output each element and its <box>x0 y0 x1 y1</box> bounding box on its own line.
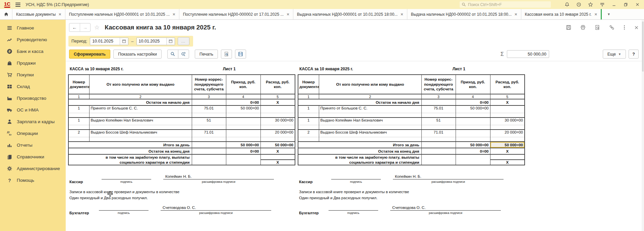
sidebar-item-main[interactable]: Главное <box>0 22 66 34</box>
sidebar-item-salary-hr[interactable]: Зарплата и кадры <box>0 116 66 128</box>
period-to-field[interactable] <box>136 37 175 45</box>
opening-balance-row: Остаток на начало дня 0=00 X <box>68 99 295 105</box>
signature-decode-line: Копейкин Н. Б.расшифровка подписи <box>163 174 274 179</box>
app-title-bar: 1С УСН, НДС 5% (1С:Предприятие) <box>0 0 644 9</box>
signatures-block: Кассир подпись Копейкин Н. Б.расшифровка… <box>298 165 524 215</box>
document-row: 1 Принято от Большов С. С. 75.01 50 000=… <box>298 105 525 118</box>
preview-button[interactable] <box>221 50 232 59</box>
sidebar-item-reports[interactable]: Отчеты <box>0 139 66 151</box>
sidebar-item-purchases[interactable]: Покупки <box>0 69 66 81</box>
restore-icon[interactable] <box>623 2 628 7</box>
period-more-button[interactable]: ... <box>178 37 189 45</box>
svg-text:Кт: Кт <box>9 134 12 136</box>
tab-close-icon[interactable]: × <box>515 12 517 16</box>
sum-value-field[interactable] <box>507 50 549 58</box>
find-next-button[interactable] <box>178 50 189 59</box>
daily-total-row: Итого за день 50 000=00 50 000=00 <box>68 142 295 148</box>
cashier-name: Копейкин Н. Б. <box>395 174 421 178</box>
sidebar-item-bank-cash[interactable]: ₽ Банк и касса <box>0 46 66 57</box>
show-settings-button[interactable]: Показать настройки <box>113 50 162 59</box>
cash-book-sheet-right: КАССА за 10 января 2025 г. Лист 1 Номер … <box>298 66 524 215</box>
save-icon[interactable] <box>566 25 571 30</box>
minimize-icon[interactable] <box>611 2 617 7</box>
sidebar-item-warehouse[interactable]: Склад <box>0 81 66 92</box>
signature-line: подпись <box>102 174 151 179</box>
opening-balance-row: Остаток на начало дня 0=00 X <box>298 99 525 105</box>
period-from-input[interactable] <box>90 39 120 44</box>
chevron-down-icon: ▼ <box>618 53 621 56</box>
tab-close-icon[interactable]: × <box>173 12 175 16</box>
tab-close-icon[interactable]: × <box>287 12 289 16</box>
sidebar-item-help[interactable]: ? Помощь <box>0 174 66 186</box>
search-input[interactable] <box>468 2 549 7</box>
save-result-button[interactable] <box>235 50 246 59</box>
tab-cash-documents[interactable]: Кассовые документы × <box>12 9 65 19</box>
help-icon: ? <box>7 177 12 183</box>
calendar-icon[interactable] <box>120 38 128 45</box>
notifications-bell-icon[interactable] <box>564 2 570 7</box>
tab-cash-receipt-2[interactable]: Поступление наличных НД00-000002 от 17.0… <box>179 9 293 19</box>
help-button[interactable]: ? <box>629 50 639 59</box>
global-search[interactable] <box>460 1 551 8</box>
close-icon[interactable] <box>635 2 640 7</box>
print-button[interactable]: Печать <box>195 50 218 59</box>
more-button[interactable]: Еще▼ <box>603 50 626 59</box>
signatures-block: Кассир подпись Копейкин Н. Б.расшифровка… <box>68 165 295 215</box>
tab-close-icon[interactable]: × <box>401 12 403 16</box>
sidebar-item-fixed-assets[interactable]: ОС и НМА <box>0 104 66 116</box>
sidebar-item-directories[interactable]: Справочники <box>0 151 66 163</box>
more-dots-icon[interactable] <box>624 25 625 30</box>
history-clock-icon[interactable] <box>576 2 581 7</box>
favorite-star-icon[interactable]: ☆ <box>94 24 100 31</box>
sum-sigma-icon: Σ <box>501 51 504 57</box>
scrollbar-thumb[interactable] <box>642 21 644 72</box>
trend-icon <box>7 37 12 43</box>
tab-cash-issue-1[interactable]: Выдача наличных НД00-000001 от 10.01.202… <box>293 9 407 19</box>
close-icon[interactable] <box>634 25 639 30</box>
sidebar-item-production[interactable]: Производство <box>0 92 66 104</box>
period-to-input[interactable] <box>137 39 166 44</box>
tab-list-dropdown[interactable]: ▼ <box>602 9 616 19</box>
sheet-caption: КАССА за 10 января 2025 г. <box>299 67 353 71</box>
warehouse-icon <box>7 84 12 89</box>
period-label: Период: <box>71 39 87 44</box>
dt-kt-icon: ДтКт <box>7 131 12 136</box>
calendar-icon[interactable] <box>166 38 175 45</box>
nav-forward-button[interactable]: → <box>80 23 90 31</box>
report-window: ← → ☆ Кассовая книга за 10 января 2025 г… <box>66 20 644 231</box>
tab-close-icon[interactable]: × <box>594 12 597 16</box>
including-row-line2: социального характера и стипендии X <box>68 160 295 165</box>
period-from-field[interactable] <box>90 37 128 45</box>
tab-home[interactable] <box>0 9 12 19</box>
nav-back-button[interactable]: ← <box>69 23 80 31</box>
sidebar-item-operations[interactable]: ДтКт Операции <box>0 128 66 139</box>
sidebar-item-administration[interactable]: Администрирование <box>0 163 66 174</box>
cashier-name: Копейкин Н. Б. <box>165 174 192 178</box>
tab-cash-book[interactable]: Кассовая книга за 10 января 2025 г. × <box>521 9 602 19</box>
daily-total-row: Итого за день 50 000=00 50 000=00 <box>298 142 525 148</box>
cashier-label: Кассир <box>69 180 99 184</box>
selected-cell[interactable]: 50 000=00 <box>490 142 525 148</box>
hamburger-menu-icon[interactable] <box>15 3 20 7</box>
tab-cash-issue-2[interactable]: Выдача наличных НД00-000002 от 10.01.202… <box>407 9 521 19</box>
generate-button[interactable]: Сформировать <box>69 50 110 59</box>
sidebar-item-manager[interactable]: Руководителю <box>0 34 66 46</box>
cashier-label: Кассир <box>299 180 329 184</box>
signature-decode-line: Копейкин Н. Б.расшифровка подписи <box>393 174 504 179</box>
favorites-star-icon[interactable] <box>588 2 593 7</box>
main-functions-menu-icon[interactable] <box>599 2 605 7</box>
vertical-scrollbar[interactable] <box>642 20 644 231</box>
document-row: 1 Выдано Копейкин Нал Безналович 51 30 0… <box>298 118 525 130</box>
search-icon <box>170 52 175 57</box>
print-icon[interactable] <box>580 25 586 30</box>
page-title: Кассовая книга за 10 января 2025 г. <box>105 24 216 31</box>
sidebar-item-sales[interactable]: Продажи <box>0 57 66 69</box>
1c-logo: 1С <box>4 1 10 8</box>
tab-cash-receipt-1[interactable]: Поступление наличных НД00-000001 от 10.0… <box>65 9 179 19</box>
find-button[interactable] <box>167 50 178 59</box>
including-row-line2: социального характера и стипендии X <box>298 160 525 165</box>
preview-icon[interactable] <box>595 25 600 30</box>
tab-close-icon[interactable]: × <box>59 12 61 16</box>
link-icon[interactable] <box>609 25 614 30</box>
cash-book-sheet-left: КАССА за 10 января 2025 г. Лист 1 Номер … <box>68 66 295 215</box>
